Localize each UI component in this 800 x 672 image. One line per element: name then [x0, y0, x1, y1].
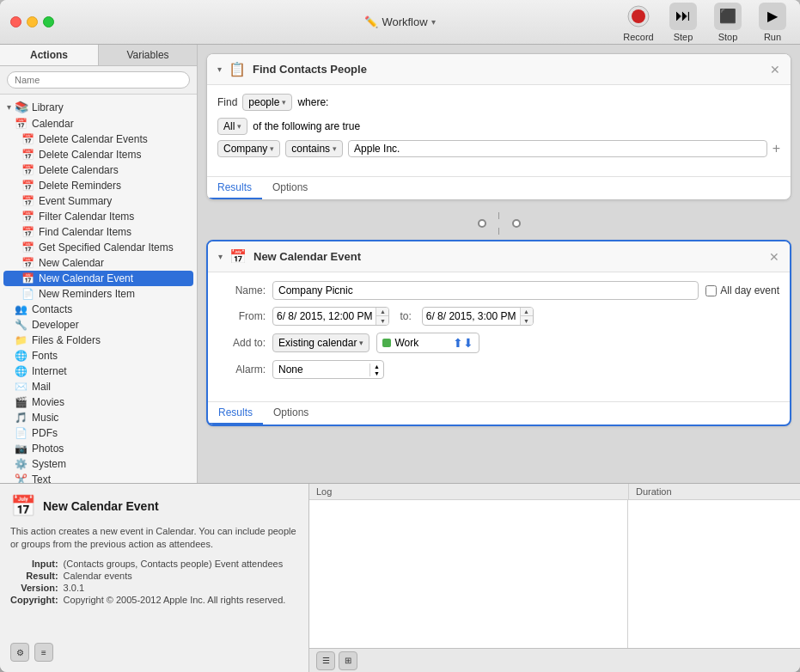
tab-actions[interactable]: Actions — [0, 45, 99, 65]
condition-operator-select[interactable]: contains ▾ — [285, 140, 343, 157]
calendar-item-icon: 📅 — [21, 149, 34, 161]
list-item[interactable]: 📅 Find Calendar Items — [0, 224, 197, 240]
music-icon: 🎵 — [14, 412, 27, 424]
workflow-grid-button[interactable]: ⊞ — [339, 651, 357, 670]
workflow-list-button[interactable]: ☰ — [316, 651, 335, 670]
search-input[interactable] — [7, 71, 190, 89]
existing-calendar-select[interactable]: Existing calendar ▾ — [272, 333, 369, 352]
bottom-headers: Log Duration — [309, 484, 800, 500]
sidebar-item-text[interactable]: ✂️ Text — [0, 472, 197, 483]
to-datetime-input[interactable]: 6/ 8/ 2015, 3:00 PM ▲ ▼ — [422, 307, 534, 326]
calendar-item-icon: 📅 — [21, 211, 34, 223]
record-button[interactable]: Record — [621, 3, 656, 42]
sidebar-item-internet[interactable]: 🌐 Internet — [0, 363, 197, 379]
list-item[interactable]: 📅 New Calendar — [0, 255, 197, 271]
event-name-input[interactable] — [272, 281, 699, 300]
run-button[interactable]: ▶ Run — [755, 3, 790, 42]
calendar-item-icon: 📅 — [21, 164, 34, 176]
internet-label: Internet — [32, 365, 67, 377]
from-stepper-up[interactable]: ▲ — [376, 308, 388, 316]
sidebar-item-contacts[interactable]: 👥 Contacts — [0, 302, 197, 317]
list-item-selected[interactable]: 📅 New Calendar Event — [3, 271, 193, 286]
calendar-item-icon: 📅 — [21, 241, 34, 254]
alarm-stepper[interactable]: ▲ ▼ — [369, 363, 383, 376]
find-type-select[interactable]: people ▾ — [242, 94, 292, 111]
log-content-area — [309, 500, 800, 648]
condition-value-input[interactable] — [348, 140, 767, 157]
sidebar-item-system[interactable]: ⚙️ System — [0, 456, 197, 472]
tab-options-2[interactable]: Options — [263, 402, 319, 425]
new-calendar-title: New Calendar Event — [253, 250, 762, 263]
text-label: Text — [32, 473, 51, 483]
fullscreen-button[interactable] — [43, 16, 54, 27]
to-stepper-up[interactable]: ▲ — [521, 308, 533, 316]
music-label: Music — [32, 412, 58, 424]
add-condition-button[interactable]: + — [773, 141, 780, 156]
alarm-select[interactable]: None ▲ ▼ — [272, 360, 384, 379]
bottom-row: 📅 New Calendar Event This action creates… — [0, 483, 800, 672]
titlebar-center: ✏️ Workflow ▾ — [364, 15, 435, 28]
tab-results-2[interactable]: Results — [208, 402, 263, 425]
list-item[interactable]: 📅 Get Specified Calendar Items — [0, 240, 197, 255]
list-icon: ≡ — [41, 648, 46, 657]
all-day-label: All day event — [705, 284, 779, 296]
traffic-lights[interactable] — [10, 16, 54, 27]
scope-value: All — [223, 120, 235, 132]
stop-button[interactable]: ⬛ Stop — [711, 3, 745, 42]
work-calendar-select[interactable]: Work ⬆⬇ — [376, 333, 479, 353]
sidebar-item-mail[interactable]: ✉️ Mail — [0, 379, 197, 394]
sidebar-item-music[interactable]: 🎵 Music — [0, 410, 197, 425]
list-item[interactable]: 📅 Delete Calendars — [0, 162, 197, 178]
sidebar-item-developer[interactable]: 🔧 Developer — [0, 317, 197, 333]
sidebar-item-fonts[interactable]: 🌐 Fonts — [0, 348, 197, 363]
from-stepper-buttons: ▲ ▼ — [376, 308, 388, 325]
input-label: Input: — [10, 559, 58, 569]
copyright-label: Copyright: — [10, 595, 58, 605]
tab-results[interactable]: Results — [207, 177, 262, 199]
to-stepper-down[interactable]: ▼ — [521, 316, 533, 325]
new-calendar-close-button[interactable]: ✕ — [769, 250, 779, 264]
sidebar-item-calendar[interactable]: 📅 Calendar — [0, 116, 197, 131]
from-datetime-input[interactable]: 6/ 8/ 2015, 12:00 PM ▲ ▼ — [272, 307, 389, 326]
datetime-row: From: 6/ 8/ 2015, 12:00 PM ▲ ▼ to: — [218, 307, 779, 326]
condition-field-select[interactable]: Company ▾ — [217, 140, 280, 157]
input-value: (Contacts groups, Contacts people) Event… — [64, 559, 298, 569]
files-label: Files & Folders — [32, 334, 101, 346]
find-contacts-close-button[interactable]: ✕ — [770, 63, 780, 76]
minimize-button[interactable] — [27, 16, 38, 27]
tab-options[interactable]: Options — [262, 177, 318, 199]
collapse-button[interactable]: ▾ — [217, 64, 222, 74]
list-item[interactable]: 📅 Event Summary — [0, 193, 197, 209]
list-item[interactable]: 📅 Delete Calendar Items — [0, 147, 197, 162]
chevron-down-icon: ▾ — [7, 102, 11, 112]
info-title: New Calendar Event — [43, 499, 159, 514]
add-to-label: Add to: — [218, 337, 266, 349]
movies-icon: 🎬 — [14, 396, 27, 408]
operator-value: contains — [291, 143, 330, 155]
tab-variables[interactable]: Variables — [99, 45, 197, 65]
find-contacts-header: ▾ 📋 Find Contacts People ✕ — [207, 54, 791, 85]
list-item[interactable]: 📅 Delete Calendar Events — [0, 131, 197, 147]
step-button[interactable]: ⏭ Step — [666, 3, 700, 42]
library-icon: 📚 — [15, 101, 28, 113]
all-day-checkbox[interactable] — [705, 285, 717, 296]
window-title: Workflow — [382, 15, 427, 28]
from-stepper-down[interactable]: ▼ — [376, 316, 388, 325]
gear-button[interactable]: ⚙ — [10, 643, 29, 662]
sidebar-item-photos[interactable]: 📷 Photos — [0, 441, 197, 456]
record-label: Record — [623, 32, 653, 42]
sidebar-item-pdfs[interactable]: 📄 PDFs — [0, 425, 197, 441]
sidebar-item-movies[interactable]: 🎬 Movies — [0, 394, 197, 410]
list-item[interactable]: 📅 Filter Calendar Items — [0, 209, 197, 224]
main-window: ✏️ Workflow ▾ Record ⏭ Step ⬛ Stop — [0, 0, 800, 672]
list-item[interactable]: 📅 Delete Reminders — [0, 178, 197, 193]
condition-scope-select[interactable]: All ▾ — [217, 118, 247, 135]
work-calendar-dot — [382, 339, 391, 347]
collapse-button[interactable]: ▾ — [218, 252, 223, 261]
close-button[interactable] — [10, 16, 21, 27]
sidebar-item-library[interactable]: ▾ 📚 Library — [0, 98, 197, 116]
list-item[interactable]: 📄 New Reminders Item — [0, 286, 197, 302]
info-calendar-icon: 📅 — [10, 494, 36, 518]
sidebar-item-files[interactable]: 📁 Files & Folders — [0, 333, 197, 348]
list-button[interactable]: ≡ — [34, 643, 53, 662]
